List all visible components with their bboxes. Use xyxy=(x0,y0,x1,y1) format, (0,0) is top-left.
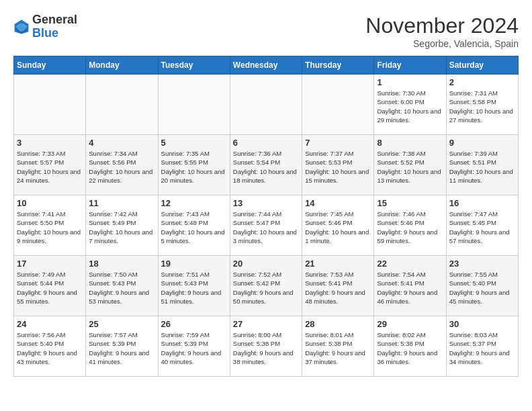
calendar-cell: 16Sunrise: 7:47 AM Sunset: 5:45 PM Dayli… xyxy=(446,195,518,256)
day-info: Sunrise: 7:53 AM Sunset: 5:41 PM Dayligh… xyxy=(305,270,371,306)
location-text: Segorbe, Valencia, Spain xyxy=(365,38,519,49)
calendar-cell: 5Sunrise: 7:35 AM Sunset: 5:55 PM Daylig… xyxy=(158,135,230,195)
day-info: Sunrise: 7:46 AM Sunset: 5:46 PM Dayligh… xyxy=(377,210,443,245)
day-number: 13 xyxy=(233,198,299,208)
calendar-cell: 7Sunrise: 7:37 AM Sunset: 5:53 PM Daylig… xyxy=(302,135,374,195)
calendar-cell: 26Sunrise: 7:59 AM Sunset: 5:39 PM Dayli… xyxy=(158,316,230,377)
logo-icon xyxy=(13,19,30,35)
day-number: 20 xyxy=(233,259,299,269)
calendar-cell: 3Sunrise: 7:33 AM Sunset: 5:57 PM Daylig… xyxy=(14,135,86,195)
title-block: November 2024 Segorbe, Valencia, Spain xyxy=(365,13,519,49)
weekday-header-friday: Friday xyxy=(374,56,446,75)
calendar-cell: 9Sunrise: 7:39 AM Sunset: 5:51 PM Daylig… xyxy=(446,135,518,195)
day-number: 28 xyxy=(305,319,371,329)
calendar-cell xyxy=(86,75,158,135)
day-info: Sunrise: 7:47 AM Sunset: 5:45 PM Dayligh… xyxy=(449,210,515,245)
page-header: General Blue November 2024 Segorbe, Vale… xyxy=(13,13,519,49)
day-info: Sunrise: 7:35 AM Sunset: 5:55 PM Dayligh… xyxy=(161,149,227,185)
day-number: 18 xyxy=(89,259,154,269)
day-number: 21 xyxy=(305,259,371,269)
calendar-cell: 21Sunrise: 7:53 AM Sunset: 5:41 PM Dayli… xyxy=(302,256,374,316)
calendar-cell: 13Sunrise: 7:44 AM Sunset: 5:47 PM Dayli… xyxy=(230,195,302,256)
day-info: Sunrise: 7:39 AM Sunset: 5:51 PM Dayligh… xyxy=(449,149,515,185)
day-number: 12 xyxy=(161,198,227,208)
day-info: Sunrise: 7:43 AM Sunset: 5:48 PM Dayligh… xyxy=(161,210,227,245)
day-number: 15 xyxy=(377,198,443,208)
calendar-cell: 4Sunrise: 7:34 AM Sunset: 5:56 PM Daylig… xyxy=(86,135,158,195)
day-info: Sunrise: 7:30 AM Sunset: 6:00 PM Dayligh… xyxy=(377,89,443,124)
calendar-cell: 28Sunrise: 8:01 AM Sunset: 5:38 PM Dayli… xyxy=(302,316,374,377)
calendar-cell: 15Sunrise: 7:46 AM Sunset: 5:46 PM Dayli… xyxy=(374,195,446,256)
calendar-cell: 23Sunrise: 7:55 AM Sunset: 5:40 PM Dayli… xyxy=(446,256,518,316)
calendar-table: SundayMondayTuesdayWednesdayThursdayFrid… xyxy=(13,56,519,377)
day-number: 8 xyxy=(377,138,443,148)
calendar-week-5: 24Sunrise: 7:56 AM Sunset: 5:40 PM Dayli… xyxy=(14,316,519,377)
logo-general-text: General xyxy=(32,13,77,26)
day-number: 23 xyxy=(449,259,515,269)
day-info: Sunrise: 7:42 AM Sunset: 5:49 PM Dayligh… xyxy=(89,210,154,245)
weekday-header-sunday: Sunday xyxy=(14,56,86,75)
day-info: Sunrise: 7:38 AM Sunset: 5:52 PM Dayligh… xyxy=(377,149,443,185)
day-info: Sunrise: 8:01 AM Sunset: 5:38 PM Dayligh… xyxy=(305,330,371,366)
calendar-cell: 19Sunrise: 7:51 AM Sunset: 5:43 PM Dayli… xyxy=(158,256,230,316)
calendar-cell xyxy=(230,75,302,135)
day-number: 26 xyxy=(161,319,227,329)
calendar-cell: 11Sunrise: 7:42 AM Sunset: 5:49 PM Dayli… xyxy=(86,195,158,256)
calendar-cell xyxy=(158,75,230,135)
day-number: 19 xyxy=(161,259,227,269)
calendar-week-1: 1Sunrise: 7:30 AM Sunset: 6:00 PM Daylig… xyxy=(14,75,519,135)
logo-text: General Blue xyxy=(32,13,77,40)
day-info: Sunrise: 7:54 AM Sunset: 5:41 PM Dayligh… xyxy=(377,270,443,306)
day-info: Sunrise: 7:33 AM Sunset: 5:57 PM Dayligh… xyxy=(17,149,83,185)
day-info: Sunrise: 7:51 AM Sunset: 5:43 PM Dayligh… xyxy=(161,270,227,306)
logo: General Blue xyxy=(13,13,77,40)
weekday-header-monday: Monday xyxy=(86,56,158,75)
day-info: Sunrise: 7:31 AM Sunset: 5:58 PM Dayligh… xyxy=(449,89,515,124)
calendar-cell: 20Sunrise: 7:52 AM Sunset: 5:42 PM Dayli… xyxy=(230,256,302,316)
calendar-cell: 25Sunrise: 7:57 AM Sunset: 5:39 PM Dayli… xyxy=(86,316,158,377)
day-number: 16 xyxy=(449,198,515,208)
calendar-cell: 24Sunrise: 7:56 AM Sunset: 5:40 PM Dayli… xyxy=(14,316,86,377)
day-number: 2 xyxy=(449,77,515,87)
weekday-header-saturday: Saturday xyxy=(446,56,518,75)
day-info: Sunrise: 8:02 AM Sunset: 5:38 PM Dayligh… xyxy=(377,330,443,366)
day-info: Sunrise: 7:45 AM Sunset: 5:46 PM Dayligh… xyxy=(305,210,371,245)
day-number: 30 xyxy=(449,319,515,329)
day-number: 10 xyxy=(17,198,83,208)
day-number: 22 xyxy=(377,259,443,269)
day-number: 5 xyxy=(161,138,227,148)
month-title: November 2024 xyxy=(365,13,519,38)
calendar-cell: 8Sunrise: 7:38 AM Sunset: 5:52 PM Daylig… xyxy=(374,135,446,195)
day-info: Sunrise: 8:03 AM Sunset: 5:37 PM Dayligh… xyxy=(449,330,515,366)
day-number: 25 xyxy=(89,319,154,329)
day-info: Sunrise: 7:34 AM Sunset: 5:56 PM Dayligh… xyxy=(89,149,154,185)
day-number: 4 xyxy=(89,138,154,148)
logo-blue-text: Blue xyxy=(32,26,58,40)
day-number: 1 xyxy=(377,77,443,87)
day-number: 29 xyxy=(377,319,443,329)
calendar-cell xyxy=(302,75,374,135)
day-info: Sunrise: 7:59 AM Sunset: 5:39 PM Dayligh… xyxy=(161,330,227,366)
day-number: 11 xyxy=(89,198,154,208)
day-info: Sunrise: 7:50 AM Sunset: 5:43 PM Dayligh… xyxy=(89,270,154,306)
day-number: 17 xyxy=(17,259,83,269)
day-info: Sunrise: 8:00 AM Sunset: 5:38 PM Dayligh… xyxy=(233,330,299,366)
calendar-cell: 27Sunrise: 8:00 AM Sunset: 5:38 PM Dayli… xyxy=(230,316,302,377)
day-number: 24 xyxy=(17,319,83,329)
day-number: 14 xyxy=(305,198,371,208)
calendar-cell: 22Sunrise: 7:54 AM Sunset: 5:41 PM Dayli… xyxy=(374,256,446,316)
day-number: 7 xyxy=(305,138,371,148)
calendar-cell: 18Sunrise: 7:50 AM Sunset: 5:43 PM Dayli… xyxy=(86,256,158,316)
day-number: 9 xyxy=(449,138,515,148)
weekday-header-tuesday: Tuesday xyxy=(158,56,230,75)
day-info: Sunrise: 7:56 AM Sunset: 5:40 PM Dayligh… xyxy=(17,330,83,366)
day-info: Sunrise: 7:44 AM Sunset: 5:47 PM Dayligh… xyxy=(233,210,299,245)
calendar-week-2: 3Sunrise: 7:33 AM Sunset: 5:57 PM Daylig… xyxy=(14,135,519,195)
day-info: Sunrise: 7:49 AM Sunset: 5:44 PM Dayligh… xyxy=(17,270,83,306)
calendar-cell: 6Sunrise: 7:36 AM Sunset: 5:54 PM Daylig… xyxy=(230,135,302,195)
calendar-cell: 10Sunrise: 7:41 AM Sunset: 5:50 PM Dayli… xyxy=(14,195,86,256)
day-number: 6 xyxy=(233,138,299,148)
calendar-cell: 1Sunrise: 7:30 AM Sunset: 6:00 PM Daylig… xyxy=(374,75,446,135)
day-info: Sunrise: 7:36 AM Sunset: 5:54 PM Dayligh… xyxy=(233,149,299,185)
day-info: Sunrise: 7:55 AM Sunset: 5:40 PM Dayligh… xyxy=(449,270,515,306)
